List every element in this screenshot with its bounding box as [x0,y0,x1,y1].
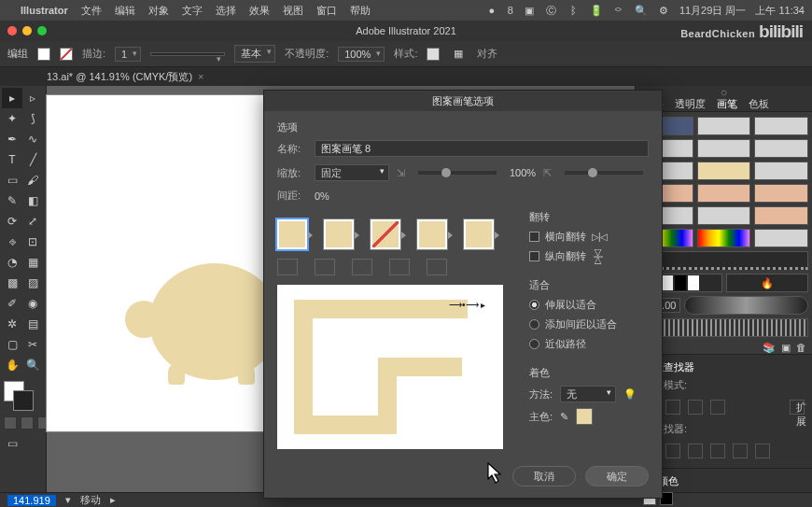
time-label[interactable]: 上午 11:34 [755,4,805,18]
exclude-icon[interactable] [710,400,725,415]
eraser-tool[interactable]: ◧ [22,190,43,211]
scale-percent[interactable]: 100% [510,167,536,178]
minus-back-icon[interactable] [755,444,770,458]
rotate-tool[interactable]: ⟳ [2,211,22,232]
type-tool[interactable]: T [2,149,22,170]
paintbrush-tool[interactable]: 🖌 [22,170,43,190]
inner-corner-tile[interactable] [371,219,400,249]
menu-effect[interactable]: 效果 [249,4,270,18]
c-icon[interactable]: Ⓒ [545,4,558,17]
tab-brushes[interactable]: 画笔 [717,97,737,111]
shape-builder-tool[interactable]: ◔ [2,252,22,273]
app-name[interactable]: Illustrator [21,5,68,16]
shaper-tool[interactable]: ✎ [2,190,22,211]
draw-behind-icon[interactable] [21,416,34,430]
stroke-weight-dropdown[interactable]: 1 [115,47,141,62]
zoom-level[interactable]: 141.919 [7,495,56,506]
trim-icon[interactable] [665,444,680,458]
stroke-color-swatch[interactable] [13,390,34,411]
menu-help[interactable]: 帮助 [350,4,371,18]
menu-edit[interactable]: 编辑 [115,4,135,18]
flip-vertical-checkbox[interactable]: 纵向翻转▷|◁ [529,249,649,263]
delete-brush-icon[interactable]: 🗑 [796,342,806,354]
search-icon[interactable]: 🔍 [635,4,648,17]
direct-selection-tool[interactable]: ▹ [22,88,43,108]
zoom-window-icon[interactable] [37,26,47,35]
brush-lib-icon[interactable]: 📚 [763,342,776,354]
blend-tool[interactable]: ◉ [22,293,43,314]
scale-link-left-icon[interactable]: ⇲ [397,167,405,179]
new-brush-icon[interactable]: ▣ [781,342,791,354]
bluetooth-icon[interactable]: ᛒ [567,4,581,17]
variable-width-dropdown[interactable]: 基本 [234,45,275,63]
ok-button[interactable]: 确定 [585,466,649,486]
flip-horizontal-checkbox[interactable]: 横向翻转▷|◁ [529,230,649,244]
scale-slider-min[interactable] [418,171,497,175]
perspective-tool[interactable]: ▦ [22,252,43,273]
scale-dropdown[interactable]: 固定 [315,164,389,181]
rectangle-tool[interactable]: ▭ [2,170,22,190]
fit-icon-3[interactable] [352,259,372,275]
colorization-method-dropdown[interactable]: 无 [560,386,616,402]
chevron-down-icon[interactable]: ▾ [65,494,71,506]
keycolor-swatch[interactable] [576,408,593,425]
stroke-swatch[interactable] [60,48,73,61]
fit-stretch-radio[interactable]: 伸展以适合 [529,298,649,312]
brush-definition-dropdown[interactable] [150,52,225,56]
curvature-tool[interactable]: ∿ [22,129,43,149]
spacing-value[interactable]: 0% [315,190,329,202]
menu-type[interactable]: 文字 [182,4,203,18]
menu-object[interactable]: 对象 [148,4,169,18]
outer-corner-tile[interactable] [324,219,354,249]
minimize-window-icon[interactable] [22,26,32,35]
fill-swatch[interactable] [37,48,50,61]
chevron-right-icon[interactable]: ▸ [110,494,116,506]
end-tile[interactable] [464,219,494,249]
hand-tool[interactable]: ✋ [2,355,22,375]
fit-icon-2[interactable] [315,259,335,275]
opacity-dropdown[interactable]: 100% [338,47,385,62]
window-traffic-lights[interactable] [7,26,47,35]
brightness-icon[interactable]: ☼ [719,86,728,97]
eyedropper-icon[interactable]: ✎ [560,411,568,423]
align-icon[interactable]: ▦ [449,45,468,63]
screen-mode-icon[interactable]: ▭ [2,433,22,454]
fit-icon-1[interactable] [277,259,298,275]
wifi-icon[interactable]: ⌔ [612,4,625,17]
camera-icon[interactable]: ▣ [523,4,536,17]
menu-view[interactable]: 视图 [283,4,303,18]
width-tool[interactable]: ⎆ [2,232,22,252]
magic-wand-tool[interactable]: ✦ [2,108,22,129]
menu-window[interactable]: 窗口 [316,4,337,18]
style-swatch[interactable] [427,48,440,61]
side-tile[interactable] [277,219,307,249]
free-transform-tool[interactable]: ⊡ [22,232,43,252]
brush-name-input[interactable] [315,140,649,157]
control-center-icon[interactable]: ⚙ [657,4,670,17]
eyedropper-tool[interactable]: ✐ [2,293,22,314]
intersect-icon[interactable] [688,400,703,415]
tip-icon[interactable]: 💡 [623,388,637,401]
line-tool[interactable]: ╱ [22,149,43,170]
battery-icon[interactable]: 🔋 [590,4,603,17]
menu-select[interactable]: 选择 [216,4,236,18]
outline-icon[interactable] [733,444,748,458]
fit-icon-5[interactable] [427,259,447,275]
mesh-tool[interactable]: ▩ [2,273,22,293]
artboard[interactable] [47,95,289,431]
zoom-tool[interactable]: 🔍 [22,355,43,375]
tab-transparency[interactable]: 透明度 [675,97,706,111]
fit-space-radio[interactable]: 添加间距以适合 [529,317,649,331]
fit-icon-4[interactable] [389,259,410,275]
close-window-icon[interactable] [7,26,17,35]
merge-icon[interactable] [688,444,703,458]
slice-tool[interactable]: ✂ [22,334,43,355]
cancel-button[interactable]: 取消 [512,466,576,486]
scale-slider-max[interactable] [565,171,643,175]
close-tab-icon[interactable]: × [198,71,203,82]
fill-stroke-swatches[interactable] [2,381,43,413]
pen-tool[interactable]: ✒ [2,129,22,149]
lasso-tool[interactable]: ⟆ [22,108,43,129]
graph-tool[interactable]: ▤ [22,314,43,334]
date-label[interactable]: 11月29日 周一 [679,4,747,18]
